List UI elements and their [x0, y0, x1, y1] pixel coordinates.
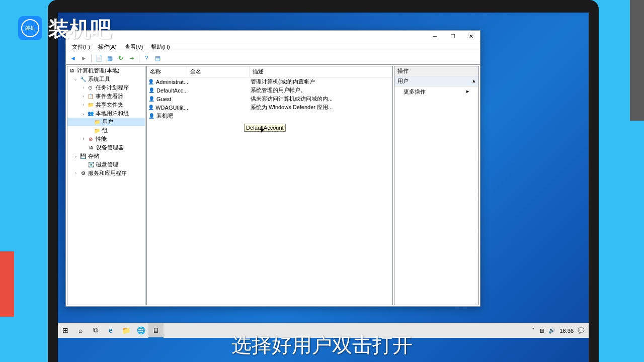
logo-text: 装机吧	[48, 15, 112, 43]
user-row[interactable]: 👤Guest供来宾访问计算机或访问域的内...	[147, 95, 392, 103]
expand-icon[interactable]: ›	[73, 170, 78, 176]
action-more[interactable]: 更多操作 ▸	[394, 86, 478, 97]
action-section-users[interactable]: 用户 ▴	[394, 76, 478, 86]
tree-event[interactable]: › 📋 事件查看器	[67, 92, 145, 101]
user-icon: 👤	[148, 87, 155, 94]
tree-groups[interactable]: 📁 组	[67, 126, 145, 135]
show-hide-button[interactable]: ▤	[152, 53, 163, 63]
user-icon: 👤	[148, 113, 155, 120]
clock-icon: ⏲	[87, 84, 94, 92]
user-icon: 👤	[148, 104, 154, 111]
tree-shared[interactable]: › 📁 共享文件夹	[67, 101, 145, 109]
subtitle-caption: 选择好用户双击打开	[0, 328, 644, 362]
menu-action[interactable]: 操作(A)	[94, 42, 121, 52]
user-row[interactable]: 👤Administrat...管理计算机(域)的内置帐户	[147, 77, 392, 86]
menu-file[interactable]: 文件(F)	[68, 42, 94, 52]
services-icon: ⚙	[79, 170, 87, 177]
mmc-body: 🖥 计算机管理(本地) ⌄ 🔧 系统工具 › ⏲ 任务计划程序 ›	[66, 64, 480, 306]
user-icon: 👤	[148, 78, 154, 85]
logo-badge: 装机	[18, 16, 42, 40]
arrow-right-icon: ▸	[466, 88, 469, 96]
logo-circle-icon: 装机	[21, 19, 39, 37]
perf-icon: ⊘	[87, 136, 94, 143]
tree-label: 性能	[96, 135, 107, 143]
refresh-button[interactable]: ↻	[116, 53, 126, 63]
maximize-button[interactable]: ☐	[444, 31, 462, 42]
event-icon: 📋	[87, 93, 94, 100]
tree-label: 系统工具	[88, 75, 110, 83]
user-name: Guest	[156, 96, 171, 102]
forward-button[interactable]: ►	[79, 53, 89, 63]
tree-devmgr[interactable]: 🖥 设备管理器	[67, 143, 145, 152]
collapse-icon[interactable]: ⌄	[80, 111, 86, 116]
tree-users[interactable]: 📁 用户	[67, 118, 145, 126]
col-full[interactable]: 全名	[187, 66, 250, 77]
menubar: 文件(F) 操作(A) 查看(V) 帮助(H)	[66, 42, 480, 52]
tree-perf[interactable]: › ⊘ 性能	[67, 135, 145, 143]
shared-folder-icon: 📁	[87, 102, 94, 109]
expand-icon[interactable]: ›	[80, 94, 86, 99]
up-button[interactable]: 📄	[94, 53, 104, 63]
tree-root[interactable]: 🖥 计算机管理(本地)	[67, 66, 145, 75]
tree-label: 设备管理器	[96, 144, 124, 151]
red-accent	[0, 251, 14, 317]
tree-task[interactable]: › ⏲ 任务计划程序	[67, 83, 145, 92]
user-icon: 👤	[148, 96, 155, 103]
action-more-label: 更多操作	[404, 88, 426, 96]
titlebar[interactable]: ─ ☐ ✕	[66, 31, 480, 42]
tree-services[interactable]: › ⚙ 服务和应用程序	[67, 169, 145, 177]
properties-button[interactable]: ▦	[105, 53, 115, 63]
tree-label: 任务计划程序	[96, 84, 129, 92]
computer-management-window: ─ ☐ ✕ 文件(F) 操作(A) 查看(V) 帮助(H) ◄ ► 📄 ▦ ↻ …	[65, 30, 480, 307]
tree-label: 事件查看器	[96, 93, 123, 100]
tooltip: DefaultAccount	[244, 124, 286, 132]
user-row[interactable]: 👤WDAGUtilit...系统为 Windows Defender 应用...	[147, 103, 392, 112]
user-desc: 系统为 Windows Defender 应用...	[251, 104, 391, 111]
menu-help[interactable]: 帮助(H)	[147, 42, 174, 52]
user-list-panel[interactable]: 名称 全名 描述 👤Administrat...管理计算机(域)的内置帐户👤De…	[146, 66, 393, 305]
collapse-icon[interactable]: ⌄	[73, 153, 78, 159]
action-header: 操作	[394, 66, 478, 76]
tree-systools[interactable]: ⌄ 🔧 系统工具	[67, 75, 145, 83]
user-name: WDAGUtilit...	[155, 105, 188, 111]
menu-view[interactable]: 查看(V)	[121, 42, 147, 52]
tree-storage[interactable]: ⌄ 💾 存储	[67, 152, 145, 160]
user-row[interactable]: 👤DefaultAcc...系统管理的用户帐户。	[147, 86, 392, 95]
action-section-label: 用户	[397, 77, 409, 85]
tree-label: 磁盘管理	[96, 161, 118, 168]
user-name: Administrat...	[156, 79, 188, 85]
tree-label: 用户	[102, 118, 113, 126]
tree-label: 本地用户和组	[96, 110, 129, 117]
col-name[interactable]: 名称	[147, 66, 187, 77]
expand-icon[interactable]: ›	[80, 136, 86, 142]
collapse-triangle-icon: ▴	[472, 77, 475, 85]
expand-icon[interactable]: ›	[80, 102, 86, 108]
side-panel	[630, 0, 644, 121]
desktop[interactable]: ─ ☐ ✕ 文件(F) 操作(A) 查看(V) 帮助(H) ◄ ► 📄 ▦ ↻ …	[58, 13, 589, 362]
disk-icon: 💽	[88, 161, 95, 168]
device-icon: 🖥	[88, 144, 95, 151]
separator	[91, 54, 92, 62]
tools-icon: 🔧	[79, 76, 87, 83]
col-desc[interactable]: 描述	[250, 66, 392, 77]
tree-localusers[interactable]: ⌄ 👥 本地用户和组	[67, 109, 145, 118]
users-icon: 👥	[87, 110, 94, 117]
separator	[139, 54, 139, 62]
tree-root-label: 计算机管理(本地)	[77, 67, 119, 74]
user-row[interactable]: 👤装机吧	[147, 112, 392, 120]
tree-panel[interactable]: 🖥 计算机管理(本地) ⌄ 🔧 系统工具 › ⏲ 任务计划程序 ›	[67, 66, 145, 305]
export-button[interactable]: ➙	[127, 53, 137, 63]
expand-icon[interactable]: ›	[80, 85, 86, 90]
tree-label: 服务和应用程序	[88, 169, 127, 177]
user-desc: 系统管理的用户帐户。	[251, 86, 391, 94]
user-desc: 管理计算机(域)的内置帐户	[251, 78, 391, 85]
back-button[interactable]: ◄	[68, 53, 78, 63]
collapse-icon[interactable]: ⌄	[73, 76, 78, 82]
tree-label: 存储	[88, 152, 99, 160]
close-button[interactable]: ✕	[462, 31, 480, 42]
minimize-button[interactable]: ─	[426, 31, 444, 42]
monitor-frame: ─ ☐ ✕ 文件(F) 操作(A) 查看(V) 帮助(H) ◄ ► 📄 ▦ ↻ …	[48, 0, 599, 362]
folder-icon: 📁	[94, 119, 101, 126]
help-button[interactable]: ?	[141, 53, 151, 63]
tree-diskmgr[interactable]: 💽 磁盘管理	[67, 160, 145, 169]
